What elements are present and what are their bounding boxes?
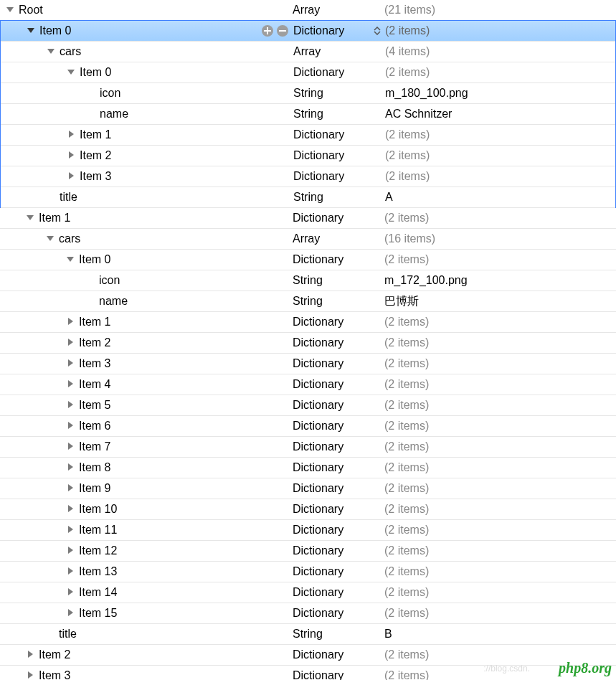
disclosure-triangle-icon[interactable] — [47, 47, 57, 57]
plist-row[interactable]: RootArray(21 items) — [0, 0, 616, 21]
plist-row[interactable]: Item 15Dictionary(2 items) — [0, 603, 616, 624]
plist-row[interactable]: Item 3Dictionary(2 items) — [0, 354, 616, 374]
disclosure-triangle-icon[interactable] — [66, 421, 76, 431]
add-remove-icons[interactable] — [261, 24, 289, 37]
row-value: (2 items) — [384, 503, 616, 516]
plist-row[interactable]: Item 3Dictionary(2 items) — [0, 666, 616, 680]
row-key: Item 6 — [79, 420, 110, 433]
plist-row[interactable]: iconStringm_172_100.png — [0, 270, 616, 291]
plist-row[interactable]: nameStringAC Schnitzer — [1, 104, 615, 125]
disclosure-triangle-icon[interactable] — [26, 213, 36, 223]
row-value[interactable]: AC Schnitzer — [385, 108, 615, 121]
row-type: Dictionary — [293, 607, 343, 620]
disclosure-triangle-icon[interactable] — [6, 5, 16, 15]
plist-row[interactable]: Item 3Dictionary(2 items) — [1, 166, 615, 187]
plist-row[interactable]: Item 11Dictionary(2 items) — [0, 520, 616, 541]
disclosure-triangle-icon[interactable] — [66, 442, 76, 452]
disclosure-triangle-icon[interactable] — [66, 504, 76, 514]
plist-row[interactable]: iconStringm_180_100.png — [1, 83, 615, 104]
row-value[interactable]: m_172_100.png — [384, 274, 616, 287]
row-type: Dictionary — [293, 128, 344, 141]
row-type: Dictionary — [293, 399, 343, 412]
plist-row[interactable]: Item 1Dictionary(2 items) — [0, 208, 616, 229]
row-type: Dictionary — [293, 170, 344, 183]
plist-row[interactable]: Item 0Dictionary(2 items) — [1, 62, 615, 83]
plist-row[interactable]: Item 5Dictionary(2 items) — [0, 395, 616, 416]
plist-row[interactable]: Item 0Dictionary(2 items) — [1, 21, 615, 42]
row-value[interactable]: B — [384, 628, 616, 641]
row-key: Item 1 — [79, 316, 110, 329]
plist-row[interactable]: Item 14Dictionary(2 items) — [0, 582, 616, 603]
plist-row[interactable]: Item 7Dictionary(2 items) — [0, 437, 616, 458]
disclosure-triangle-icon[interactable] — [66, 608, 76, 618]
row-type: Dictionary — [293, 378, 343, 391]
plist-row[interactable]: Item 9Dictionary(2 items) — [0, 478, 616, 499]
row-value[interactable]: A — [385, 191, 615, 204]
row-type: Dictionary — [293, 461, 343, 474]
disclosure-triangle-icon[interactable] — [46, 234, 56, 244]
row-value[interactable]: 巴博斯 — [384, 294, 616, 309]
disclosure-triangle-icon[interactable] — [66, 317, 76, 327]
plist-row[interactable]: carsArray(4 items) — [1, 42, 615, 62]
disclosure-triangle-icon[interactable] — [66, 525, 76, 535]
disclosure-triangle-icon[interactable] — [27, 26, 37, 36]
row-key: title — [60, 191, 77, 204]
disclosure-triangle-icon[interactable] — [66, 567, 76, 577]
row-type: Dictionary — [293, 524, 343, 537]
row-value: (2 items) — [384, 648, 616, 661]
disclosure-triangle-icon[interactable] — [66, 463, 76, 473]
disclosure-triangle-icon[interactable] — [67, 151, 77, 161]
row-key: Item 0 — [39, 24, 71, 37]
row-key: cars — [59, 232, 80, 245]
plist-row[interactable]: Item 2Dictionary(2 items) — [0, 645, 616, 666]
row-value: (2 items) — [384, 253, 616, 266]
plist-row[interactable]: carsArray(16 items) — [0, 229, 616, 250]
row-value: (21 items) — [384, 4, 616, 16]
plist-row[interactable]: Item 4Dictionary(2 items) — [0, 374, 616, 395]
disclosure-triangle-icon[interactable] — [66, 338, 76, 348]
row-key: Item 3 — [39, 669, 70, 680]
plist-row[interactable]: Item 2Dictionary(2 items) — [0, 333, 616, 354]
plist-row[interactable]: titleStringB — [0, 624, 616, 645]
plist-row[interactable]: Item 13Dictionary(2 items) — [0, 562, 616, 582]
row-value[interactable]: m_180_100.png — [385, 87, 615, 100]
row-key: Item 8 — [79, 461, 110, 474]
plist-row[interactable]: Item 8Dictionary(2 items) — [0, 458, 616, 478]
disclosure-triangle-icon[interactable] — [67, 67, 77, 77]
row-type: String — [293, 87, 323, 100]
row-type: Array — [293, 232, 320, 245]
disclosure-triangle-icon[interactable] — [26, 650, 36, 660]
plist-row[interactable]: Item 6Dictionary(2 items) — [0, 416, 616, 437]
row-key: Item 3 — [80, 170, 111, 183]
row-key: Item 2 — [79, 336, 110, 349]
plist-row[interactable]: Item 1Dictionary(2 items) — [1, 125, 615, 146]
row-type: Dictionary — [293, 544, 343, 557]
disclosure-triangle-icon[interactable] — [66, 359, 76, 369]
disclosure-triangle-icon[interactable] — [66, 379, 76, 389]
row-value: (2 items) — [384, 607, 616, 620]
row-value: (16 items) — [384, 232, 616, 245]
disclosure-triangle-icon[interactable] — [66, 587, 76, 598]
plist-row[interactable]: Item 1Dictionary(2 items) — [0, 312, 616, 333]
row-key: Item 2 — [80, 149, 111, 162]
plist-row[interactable]: Item 2Dictionary(2 items) — [1, 146, 615, 166]
row-key: Item 4 — [79, 378, 110, 391]
row-key: Item 15 — [79, 607, 117, 620]
disclosure-triangle-icon[interactable] — [66, 483, 76, 494]
disclosure-triangle-icon[interactable] — [67, 171, 77, 181]
disclosure-triangle-icon[interactable] — [66, 400, 76, 410]
plist-row[interactable]: Item 12Dictionary(2 items) — [0, 541, 616, 562]
row-key: Item 10 — [79, 503, 117, 516]
plist-row[interactable]: titleStringA — [1, 187, 615, 208]
disclosure-triangle-icon[interactable] — [26, 671, 36, 680]
svg-rect-2 — [267, 27, 268, 34]
row-key: name — [99, 295, 128, 308]
row-key: Item 1 — [39, 212, 70, 225]
disclosure-triangle-icon[interactable] — [66, 546, 76, 556]
plist-row[interactable]: nameString巴博斯 — [0, 291, 616, 312]
plist-row[interactable]: Item 10Dictionary(2 items) — [0, 499, 616, 520]
plist-row[interactable]: Item 0Dictionary(2 items) — [0, 250, 616, 270]
type-stepper-icon[interactable] — [374, 27, 381, 35]
disclosure-triangle-icon[interactable] — [66, 255, 76, 265]
disclosure-triangle-icon[interactable] — [67, 130, 77, 140]
